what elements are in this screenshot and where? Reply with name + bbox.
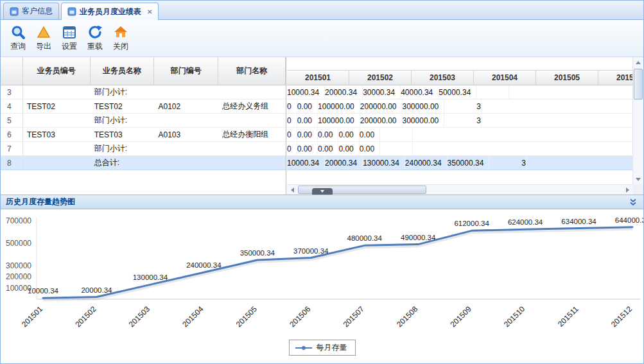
- x-axis-label: 201511: [556, 304, 580, 329]
- chart-legend[interactable]: 每月存量: [289, 340, 356, 356]
- cell: [380, 128, 413, 141]
- table-row[interactable]: 6TEST03TEST03A0103总经办衡阳组: [1, 128, 286, 142]
- x-axis-label: 201507: [342, 304, 366, 329]
- grid-month-rows: 10000.3420000.3430000.3440000.3450000.34…: [287, 85, 632, 170]
- toolbar: 查询导出设置重载关闭: [1, 20, 643, 57]
- toolbar-query-button[interactable]: 查询: [6, 22, 30, 55]
- month-column-header[interactable]: 201501: [287, 70, 349, 85]
- x-axis-label: 201508: [395, 304, 419, 329]
- table-row[interactable]: 7部门小计:: [1, 142, 286, 156]
- y-axis-label: 500000: [6, 239, 31, 248]
- cell: 部门小计:: [91, 142, 155, 155]
- cell: 300000.00: [403, 114, 445, 127]
- cell: [218, 114, 286, 127]
- cell: [154, 142, 218, 155]
- cell: 200000.00: [360, 100, 403, 113]
- cell: [154, 114, 218, 127]
- table-row[interactable]: 8总合计:: [1, 156, 286, 170]
- query-icon: [10, 24, 26, 40]
- data-label: 644000.34: [615, 216, 643, 224]
- x-axis-label: 201512: [609, 304, 634, 329]
- cell: 0: [287, 114, 297, 127]
- cell: 0.00: [360, 128, 380, 141]
- table-row[interactable]: 00.00100000.00200000.00300000.003: [287, 100, 632, 114]
- table-row[interactable]: 10000.3420000.3430000.3440000.3450000.34: [287, 85, 632, 100]
- x-axis-label: 201501: [20, 304, 44, 329]
- y-axis-label: 200000: [6, 272, 31, 281]
- data-label: 370000.34: [293, 247, 329, 255]
- cell: 总合计:: [91, 156, 155, 169]
- cell: 240000.34: [405, 156, 448, 169]
- scroll-up-arrow[interactable]: [633, 57, 643, 67]
- column-header[interactable]: 部门名称: [218, 57, 286, 85]
- column-header[interactable]: 部门编号: [154, 57, 218, 85]
- toolbar-button-label: 重载: [87, 41, 103, 52]
- column-header[interactable]: 业务员名称: [91, 57, 155, 85]
- table-row[interactable]: 3部门小计:: [1, 85, 286, 100]
- x-axis-label: 201505: [234, 304, 259, 329]
- column-header[interactable]: 业务员编号: [23, 57, 91, 85]
- cell: 350000.34: [448, 156, 490, 169]
- scroll-down-arrow[interactable]: [633, 174, 643, 184]
- table-row[interactable]: 00.00100000.00200000.00300000.003: [287, 114, 632, 128]
- cell: 40000.34: [401, 85, 439, 99]
- tab-customer-info[interactable]: 客户信息: [3, 3, 59, 19]
- legend-line-sample: [295, 347, 312, 349]
- month-column-header[interactable]: 201506: [598, 70, 632, 85]
- x-axis-label: 201510: [502, 304, 527, 329]
- tab-monthly-performance[interactable]: 业务员月度业绩表✕: [61, 3, 159, 20]
- month-column-header[interactable]: 201504: [474, 70, 536, 85]
- data-label: 624000.34: [508, 218, 543, 226]
- chart-panel-title: 历史月度存量趋势图: [6, 196, 75, 207]
- vertical-scrollbar[interactable]: [632, 57, 643, 184]
- vertical-scroll-thumb[interactable]: [634, 69, 643, 100]
- cell: TEST02: [91, 100, 155, 113]
- cell: TEST03: [91, 128, 155, 141]
- splitter-collapse-handle[interactable]: [312, 188, 333, 195]
- cell: 130000.34: [363, 156, 405, 169]
- grid-scroll-section: 201501201502201503201504201505201506 100…: [287, 57, 632, 184]
- export-icon: [36, 24, 51, 40]
- tab-close-icon[interactable]: ✕: [147, 8, 152, 15]
- cell: 部门小计:: [91, 114, 155, 127]
- cell: 3: [489, 156, 527, 169]
- legend-label: 每月存量: [317, 342, 347, 353]
- scroll-left-arrow[interactable]: [287, 185, 297, 195]
- cell: 300000.00: [403, 100, 445, 113]
- cell: 10000.34: [287, 85, 325, 99]
- month-column-header[interactable]: 201503: [412, 70, 474, 85]
- close-icon: [113, 24, 128, 40]
- toolbar-close-button[interactable]: 关闭: [109, 22, 133, 55]
- table-row[interactable]: 00.000.000.000.00: [287, 142, 632, 156]
- row-number-column-header: [1, 57, 23, 85]
- toolbar-export-button[interactable]: 导出: [31, 22, 56, 55]
- cell: 100000.00: [318, 114, 360, 127]
- cell: 50000.34: [439, 85, 476, 99]
- table-row[interactable]: 4TEST02TEST02A0102总经办义务组: [1, 100, 286, 114]
- cell: 0.00: [318, 142, 338, 155]
- toolbar-button-label: 导出: [36, 41, 51, 52]
- grid-month-header: 201501201502201503201504201505201506: [287, 57, 632, 85]
- cell: 0.00: [318, 128, 338, 141]
- cell: 0.00: [338, 128, 359, 141]
- row-number: 7: [1, 142, 23, 155]
- toolbar-reload-button[interactable]: 重载: [83, 22, 107, 55]
- cell: [218, 156, 286, 169]
- month-column-header[interactable]: 201505: [536, 70, 598, 85]
- cell: 30000.34: [363, 85, 401, 99]
- table-row[interactable]: 00.000.000.000.00: [287, 128, 632, 142]
- cell: A0102: [154, 100, 218, 113]
- cell: [218, 85, 286, 99]
- app-window: 客户信息业务员月度业绩表✕ 查询导出设置重载关闭 业务员编号业务员名称部门编号部…: [0, 0, 644, 364]
- horizontal-scrollbar[interactable]: [287, 184, 632, 195]
- y-axis-label: 700000: [6, 216, 31, 225]
- collapse-panel-icon[interactable]: [628, 197, 638, 207]
- cell: 3: [444, 114, 482, 127]
- cell: [154, 85, 218, 99]
- table-row[interactable]: 5部门小计:: [1, 114, 286, 128]
- row-number: 3: [1, 85, 23, 99]
- scroll-right-arrow[interactable]: [622, 185, 632, 195]
- toolbar-settings-button[interactable]: 设置: [57, 22, 82, 55]
- month-column-header[interactable]: 201502: [349, 70, 412, 85]
- table-row[interactable]: 10000.3420000.34130000.34240000.34350000…: [287, 156, 632, 170]
